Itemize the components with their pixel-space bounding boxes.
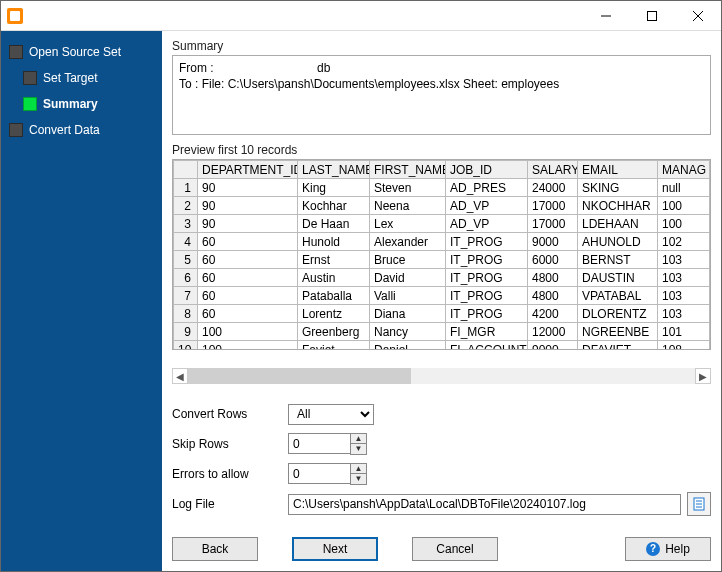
table-cell[interactable]: null xyxy=(658,179,710,197)
table-cell[interactable]: Steven xyxy=(370,179,446,197)
scroll-thumb[interactable] xyxy=(188,368,411,384)
table-cell[interactable]: LDEHAAN xyxy=(578,215,658,233)
table-row[interactable]: 390De HaanLexAD_VP17000LDEHAAN100 xyxy=(174,215,710,233)
table-cell[interactable]: 90 xyxy=(198,179,298,197)
table-row[interactable]: 9100GreenbergNancyFI_MGR12000NGREENBE101 xyxy=(174,323,710,341)
sidebar-item-open-source[interactable]: Open Source Set xyxy=(1,39,162,65)
convert-rows-select[interactable]: All xyxy=(288,404,374,425)
sidebar-item-summary[interactable]: Summary xyxy=(15,91,162,117)
table-row[interactable]: 560ErnstBruceIT_PROG6000BERNST103 xyxy=(174,251,710,269)
table-cell[interactable]: 100 xyxy=(198,323,298,341)
table-cell[interactable]: Neena xyxy=(370,197,446,215)
table-cell[interactable]: De Haan xyxy=(298,215,370,233)
table-cell[interactable]: Lex xyxy=(370,215,446,233)
table-cell[interactable]: IT_PROG xyxy=(446,269,528,287)
table-row[interactable]: 290KochharNeenaAD_VP17000NKOCHHAR100 xyxy=(174,197,710,215)
table-cell[interactable]: Bruce xyxy=(370,251,446,269)
table-cell[interactable]: IT_PROG xyxy=(446,305,528,323)
table-cell[interactable]: 90 xyxy=(198,197,298,215)
table-cell[interactable]: Faviet xyxy=(298,341,370,350)
table-cell[interactable]: Ernst xyxy=(298,251,370,269)
table-cell[interactable]: 9000 xyxy=(528,341,578,350)
back-button[interactable]: Back xyxy=(172,537,258,561)
table-cell[interactable]: BERNST xyxy=(578,251,658,269)
table-cell[interactable]: 102 xyxy=(658,233,710,251)
table-cell[interactable]: Valli xyxy=(370,287,446,305)
table-cell[interactable]: Alexander xyxy=(370,233,446,251)
table-cell[interactable]: AD_PRES xyxy=(446,179,528,197)
logfile-input[interactable] xyxy=(288,494,681,515)
table-cell[interactable]: Austin xyxy=(298,269,370,287)
table-cell[interactable]: AD_VP xyxy=(446,197,528,215)
table-cell[interactable]: SKING xyxy=(578,179,658,197)
table-cell[interactable]: 60 xyxy=(198,269,298,287)
table-cell[interactable]: IT_PROG xyxy=(446,233,528,251)
horizontal-scrollbar[interactable]: ◀ ▶ xyxy=(172,368,711,385)
table-cell[interactable]: Hunold xyxy=(298,233,370,251)
browse-logfile-button[interactable] xyxy=(687,492,711,516)
column-header[interactable]: MANAG xyxy=(658,161,710,179)
table-row[interactable]: 190KingStevenAD_PRES24000SKINGnull xyxy=(174,179,710,197)
table-cell[interactable]: DLORENTZ xyxy=(578,305,658,323)
maximize-button[interactable] xyxy=(629,1,675,31)
spin-up-icon[interactable]: ▲ xyxy=(351,434,366,444)
spin-down-icon[interactable]: ▼ xyxy=(351,444,366,454)
close-button[interactable] xyxy=(675,1,721,31)
table-cell[interactable]: 17000 xyxy=(528,197,578,215)
table-cell[interactable]: IT_PROG xyxy=(446,251,528,269)
skip-rows-input[interactable] xyxy=(288,433,350,454)
table-cell[interactable]: VPATABAL xyxy=(578,287,658,305)
table-cell[interactable]: FI_ACCOUNT xyxy=(446,341,528,350)
minimize-button[interactable] xyxy=(583,1,629,31)
table-cell[interactable]: AHUNOLD xyxy=(578,233,658,251)
table-cell[interactable]: 103 xyxy=(658,305,710,323)
table-cell[interactable]: 101 xyxy=(658,323,710,341)
table-cell[interactable]: IT_PROG xyxy=(446,287,528,305)
scroll-right-icon[interactable]: ▶ xyxy=(695,368,711,384)
table-cell[interactable]: 103 xyxy=(658,269,710,287)
scroll-left-icon[interactable]: ◀ xyxy=(172,368,188,384)
table-cell[interactable]: 103 xyxy=(658,251,710,269)
spin-up-icon[interactable]: ▲ xyxy=(351,464,366,474)
table-cell[interactable]: DFAVIET xyxy=(578,341,658,350)
sidebar-item-set-target[interactable]: Set Target xyxy=(15,65,162,91)
table-cell[interactable]: Lorentz xyxy=(298,305,370,323)
table-cell[interactable]: 60 xyxy=(198,287,298,305)
table-cell[interactable]: 90 xyxy=(198,215,298,233)
table-cell[interactable]: 4800 xyxy=(528,269,578,287)
errors-stepper[interactable]: ▲▼ xyxy=(288,463,367,485)
table-cell[interactable]: Diana xyxy=(370,305,446,323)
table-cell[interactable]: Greenberg xyxy=(298,323,370,341)
table-row[interactable]: 10100FavietDanielFI_ACCOUNT9000DFAVIET10… xyxy=(174,341,710,350)
table-cell[interactable]: Nancy xyxy=(370,323,446,341)
column-header[interactable]: EMAIL xyxy=(578,161,658,179)
table-cell[interactable]: 4800 xyxy=(528,287,578,305)
table-cell[interactable]: 103 xyxy=(658,287,710,305)
table-cell[interactable]: AD_VP xyxy=(446,215,528,233)
table-cell[interactable]: Kochhar xyxy=(298,197,370,215)
table-cell[interactable]: NKOCHHAR xyxy=(578,197,658,215)
table-row[interactable]: 660AustinDavidIT_PROG4800DAUSTIN103 xyxy=(174,269,710,287)
table-cell[interactable]: 24000 xyxy=(528,179,578,197)
cancel-button[interactable]: Cancel xyxy=(412,537,498,561)
table-cell[interactable]: 4200 xyxy=(528,305,578,323)
column-header[interactable]: FIRST_NAME xyxy=(370,161,446,179)
table-cell[interactable]: FI_MGR xyxy=(446,323,528,341)
table-cell[interactable]: King xyxy=(298,179,370,197)
table-cell[interactable]: 9000 xyxy=(528,233,578,251)
table-cell[interactable]: 100 xyxy=(198,341,298,350)
help-button[interactable]: ? Help xyxy=(625,537,711,561)
column-header[interactable]: DEPARTMENT_ID xyxy=(198,161,298,179)
table-cell[interactable]: 100 xyxy=(658,215,710,233)
column-header[interactable]: SALARY xyxy=(528,161,578,179)
table-row[interactable]: 860LorentzDianaIT_PROG4200DLORENTZ103 xyxy=(174,305,710,323)
table-cell[interactable]: 12000 xyxy=(528,323,578,341)
table-row[interactable]: 460HunoldAlexanderIT_PROG9000AHUNOLD102 xyxy=(174,233,710,251)
table-cell[interactable]: David xyxy=(370,269,446,287)
next-button[interactable]: Next xyxy=(292,537,378,561)
skip-rows-stepper[interactable]: ▲▼ xyxy=(288,433,367,455)
table-cell[interactable]: 60 xyxy=(198,233,298,251)
table-cell[interactable]: NGREENBE xyxy=(578,323,658,341)
table-cell[interactable]: 108 xyxy=(658,341,710,350)
table-cell[interactable]: 100 xyxy=(658,197,710,215)
